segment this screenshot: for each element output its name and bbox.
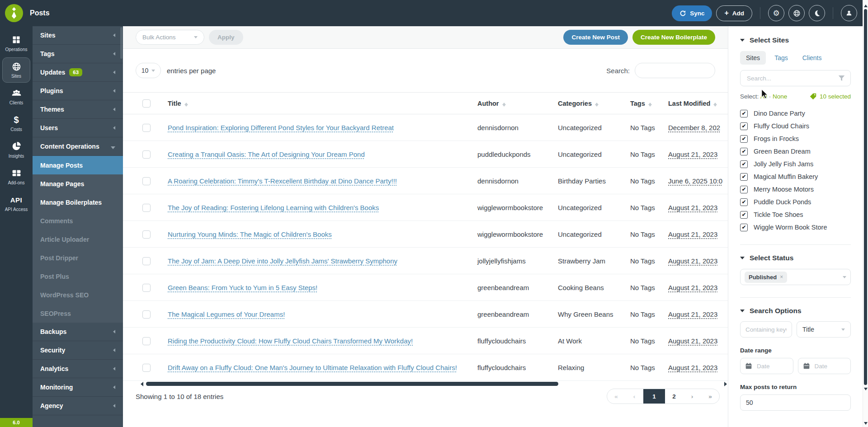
last-modified-link[interactable]: August 21, 2023 (668, 204, 717, 211)
column-header-title[interactable]: Title (168, 100, 181, 107)
create-new-post-button[interactable]: Create New Post (563, 30, 628, 45)
last-modified-link[interactable]: August 21, 2023 (668, 257, 717, 265)
column-header-categories[interactable]: Categories (558, 100, 592, 107)
sidebar-nav-item[interactable]: Security (33, 341, 123, 360)
sync-button[interactable]: Sync (672, 5, 712, 21)
table-search-input[interactable] (635, 63, 715, 78)
site-checkbox-checked[interactable]: ✔ (740, 173, 748, 181)
site-checkbox-row[interactable]: ✔ Dino Dance Party (740, 108, 851, 118)
remove-chip-icon[interactable]: × (780, 274, 783, 280)
last-modified-link[interactable]: June 6, 2025 10:0 (668, 177, 722, 185)
pagination-page-2[interactable]: 2 (665, 389, 683, 404)
horizontal-scrollbar-thumb[interactable] (146, 382, 558, 386)
column-header-last-modified[interactable]: Last Modified (668, 100, 710, 107)
site-checkbox-checked[interactable]: ✔ (740, 148, 748, 155)
sidebar-nav-item[interactable]: WordPress SEO (33, 286, 123, 304)
last-modified-link[interactable]: August 21, 2023 (668, 150, 717, 158)
sidebar-nav-item[interactable]: Content Operations (33, 137, 123, 156)
select-none-link[interactable]: None (773, 93, 787, 100)
tab-sites[interactable]: Sites (740, 51, 766, 65)
row-checkbox[interactable] (142, 124, 151, 132)
site-checkbox-checked[interactable]: ✔ (740, 198, 748, 206)
sidebar-nav-item[interactable]: Post Dripper (33, 249, 123, 267)
tab-clients[interactable]: Clients (797, 51, 828, 65)
last-modified-link[interactable]: August 21, 2023 (668, 337, 717, 345)
site-checkbox-row[interactable]: ✔ Frogs in Frocks (740, 134, 851, 144)
sort-icon[interactable] (595, 101, 599, 107)
last-modified-link[interactable]: August 21, 2023 (668, 364, 717, 371)
page-size-select[interactable]: 10 (136, 63, 161, 78)
column-header-tags[interactable]: Tags (630, 100, 645, 107)
rail-item-sites[interactable]: Sites (2, 57, 30, 83)
pagination-next[interactable]: › (683, 389, 701, 404)
date-from-input[interactable] (756, 362, 788, 370)
sidebar-nav-item[interactable]: Post Plus (33, 267, 123, 286)
sidebar-nav-item[interactable]: Sites (33, 26, 123, 45)
select-all-link[interactable]: All (760, 93, 767, 100)
row-checkbox[interactable] (142, 337, 151, 345)
keyword-input[interactable] (740, 321, 792, 338)
status-multiselect[interactable]: Published × (740, 269, 851, 285)
post-title-link[interactable]: The Joy of Reading: Fostering Lifelong L… (168, 204, 379, 211)
site-checkbox-checked[interactable]: ✔ (740, 186, 748, 193)
rail-item-api-access[interactable]: API API Access (2, 191, 30, 216)
sidebar-nav-item[interactable]: Users (33, 119, 123, 137)
sidebar-nav-item[interactable]: Article Uploader (33, 230, 123, 249)
select-sites-section-header[interactable]: Select Sites (740, 36, 851, 44)
last-modified-link[interactable]: December 8, 202 (668, 124, 720, 131)
pagination-last[interactable]: » (701, 389, 719, 404)
last-modified-link[interactable]: August 21, 2023 (668, 310, 717, 318)
row-checkbox[interactable] (142, 230, 151, 239)
max-posts-input[interactable] (740, 394, 851, 411)
site-checkbox-checked[interactable]: ✔ (740, 135, 748, 143)
site-checkbox-row[interactable]: ✔ Magical Muffin Bakery (740, 172, 851, 182)
post-title-link[interactable]: Drift Away on a Fluffy Cloud: One Man's … (168, 364, 457, 371)
sidebar-nav-item[interactable]: Comments (33, 211, 123, 230)
row-checkbox[interactable] (142, 364, 151, 372)
sort-icon[interactable] (502, 101, 506, 107)
sidebar-nav-item[interactable]: Backups (33, 323, 123, 341)
sidebar-nav-item[interactable]: Plugins (33, 82, 123, 100)
scroll-down-arrow[interactable] (864, 388, 868, 392)
sidebar-nav-item[interactable]: Analytics (33, 360, 123, 378)
vertical-scrollbar-thumb[interactable] (864, 9, 867, 385)
add-button[interactable]: + Add (716, 5, 752, 21)
post-title-link[interactable]: The Joy of Jam: A Deep Dive into Jolly J… (168, 257, 397, 265)
site-checkbox-row[interactable]: ✔ Wiggle Worm Book Store (740, 222, 851, 232)
rail-item-costs[interactable]: $ Costs (2, 111, 30, 136)
row-checkbox[interactable] (142, 204, 151, 212)
sidebar-nav-item[interactable]: Themes (33, 100, 123, 119)
rail-item-insights[interactable]: Insights (2, 137, 30, 163)
site-checkbox-checked[interactable]: ✔ (740, 122, 748, 130)
pagination-first[interactable]: « (607, 389, 625, 404)
pagination-page-1[interactable]: 1 (643, 389, 665, 404)
row-checkbox[interactable] (142, 310, 151, 319)
row-checkbox[interactable] (142, 177, 151, 185)
sidebar-nav-item[interactable]: Manage Posts (33, 156, 123, 174)
post-title-link[interactable]: The Magical Legumes of Your Dreams! (168, 310, 285, 318)
site-checkbox-row[interactable]: ✔ Green Bean Dream (740, 146, 851, 156)
last-modified-link[interactable]: August 21, 2023 (668, 230, 717, 238)
column-header-author[interactable]: Author (477, 100, 499, 107)
scroll-up-arrow[interactable] (864, 3, 868, 7)
post-title-link[interactable]: Pond Inspiration: Exploring Different Po… (168, 124, 394, 131)
row-checkbox[interactable] (142, 284, 151, 292)
sidebar-nav-item[interactable]: Agency (33, 397, 123, 415)
site-checkbox-row[interactable]: ✔ Tickle Toe Shoes (740, 210, 851, 220)
nav-scrollbar-thumb[interactable] (120, 27, 123, 59)
sort-icon[interactable] (648, 101, 652, 107)
sidebar-nav-item[interactable]: Updates 63 (33, 63, 123, 82)
rail-item-addons[interactable]: Add-ons (2, 164, 30, 189)
dark-mode-button[interactable] (809, 5, 825, 21)
site-checkbox-checked[interactable]: ✔ (740, 160, 748, 168)
sidebar-nav-item[interactable]: Tags (33, 45, 123, 63)
pagination-prev[interactable]: ‹ (625, 389, 643, 404)
row-checkbox[interactable] (142, 150, 151, 159)
sidebar-nav-item[interactable]: Manage Boilerplates (33, 193, 123, 211)
site-checkbox-checked[interactable]: ✔ (740, 224, 748, 231)
site-search-input[interactable] (746, 75, 838, 82)
sidebar-nav-item[interactable]: SEOPress (33, 304, 123, 323)
post-title-link[interactable]: A Roaring Celebration: Timmy's T-Rexcell… (168, 177, 397, 185)
select-status-section-header[interactable]: Select Status (740, 254, 851, 262)
post-title-link[interactable]: Creating a Tranquil Oasis: The Art of De… (168, 150, 365, 158)
